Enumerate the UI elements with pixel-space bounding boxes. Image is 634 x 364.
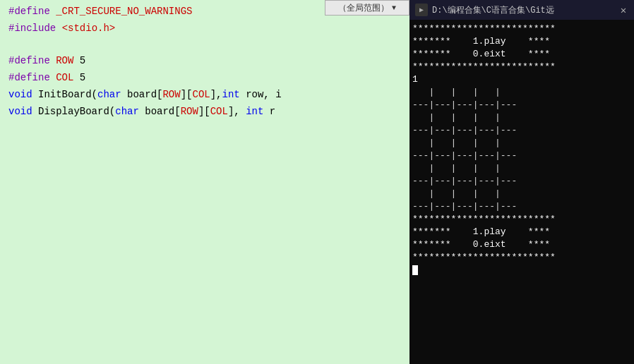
type-void-2: void bbox=[8, 104, 32, 119]
scope-dropdown-label: （全局范围） bbox=[338, 2, 389, 14]
term-grid-5: | | | | bbox=[412, 137, 631, 150]
terminal-title: D:\编程合集\C语言合集\Git远 bbox=[432, 4, 614, 16]
term-grid-3: | | | | bbox=[412, 111, 631, 124]
term-input-1: 1 bbox=[412, 73, 631, 86]
term-stars-1: ************************** bbox=[412, 23, 631, 35]
term-grid-10: ---|---|---|---|--- bbox=[412, 200, 631, 213]
editor-panel: （全局范围） ▼ #define _CRT_SECURE_NO_WARNINGS… bbox=[0, 0, 409, 364]
ref-col-2: COL bbox=[210, 104, 228, 119]
include-file: <stdio.h> bbox=[62, 20, 116, 36]
term-grid-2: ---|---|---|---|--- bbox=[412, 99, 631, 111]
term-cursor-line bbox=[412, 264, 631, 277]
code-line-5: #define COL 5 bbox=[0, 69, 409, 86]
term-menu-exit-1: ******* 0.eixt **** bbox=[412, 48, 631, 61]
code-line-6: void InitBoard( char board[ ROW ][ COL ]… bbox=[0, 86, 409, 103]
macro-col: COL bbox=[56, 70, 73, 85]
code-line-3 bbox=[0, 37, 409, 52]
term-grid-8: ---|---|---|---|--- bbox=[412, 175, 631, 188]
dropdown-arrow-icon: ▼ bbox=[392, 4, 396, 12]
term-grid-6: ---|---|---|---|--- bbox=[412, 150, 631, 162]
term-stars-4: ************************** bbox=[412, 251, 631, 264]
terminal-cursor bbox=[412, 265, 418, 275]
terminal-content: ************************** ******* 1.pla… bbox=[409, 20, 634, 364]
type-void-1: void bbox=[8, 87, 32, 102]
term-grid-1: | | | | bbox=[412, 86, 631, 99]
code-line-7: void DisplayBoard( char board[ ROW ][ CO… bbox=[0, 103, 409, 120]
macro-crt: _CRT_SECURE_NO_WARNINGS bbox=[56, 4, 192, 19]
term-menu-exit-2: ******* 0.eixt **** bbox=[412, 238, 631, 251]
ref-row-2: ROW bbox=[181, 104, 198, 119]
ref-col-1: COL bbox=[192, 87, 210, 102]
kw-include: #include bbox=[8, 20, 56, 36]
terminal-close-button[interactable]: ✕ bbox=[618, 5, 628, 15]
scope-dropdown[interactable]: （全局范围） ▼ bbox=[325, 0, 409, 16]
type-int-2: int bbox=[246, 104, 263, 119]
type-int-1: int bbox=[222, 87, 240, 102]
term-menu-play-2: ******* 1.play **** bbox=[412, 226, 631, 238]
term-grid-9: | | | | bbox=[412, 188, 631, 200]
term-grid-7: | | | | bbox=[412, 162, 631, 175]
terminal-icon: ▶ bbox=[415, 4, 428, 16]
code-line-4: #define ROW 5 bbox=[0, 52, 409, 69]
kw-define-1: #define bbox=[8, 4, 50, 19]
ref-row-1: ROW bbox=[162, 87, 180, 102]
type-char-2: char bbox=[115, 104, 139, 119]
term-menu-play-1: ******* 1.play **** bbox=[412, 35, 631, 48]
kw-define-row: #define bbox=[8, 53, 50, 68]
type-char-1: char bbox=[97, 87, 121, 102]
terminal-panel: ▶ D:\编程合集\C语言合集\Git远 ✕ *****************… bbox=[409, 0, 634, 364]
kw-define-col: #define bbox=[8, 70, 50, 85]
terminal-titlebar: ▶ D:\编程合集\C语言合集\Git远 ✕ bbox=[409, 0, 634, 20]
code-line-2: #include <stdio.h> bbox=[0, 20, 409, 37]
term-stars-3: ************************** bbox=[412, 213, 631, 226]
macro-row: ROW bbox=[56, 53, 73, 68]
term-stars-2: ************************** bbox=[412, 61, 631, 73]
term-grid-4: ---|---|---|---|--- bbox=[412, 124, 631, 137]
